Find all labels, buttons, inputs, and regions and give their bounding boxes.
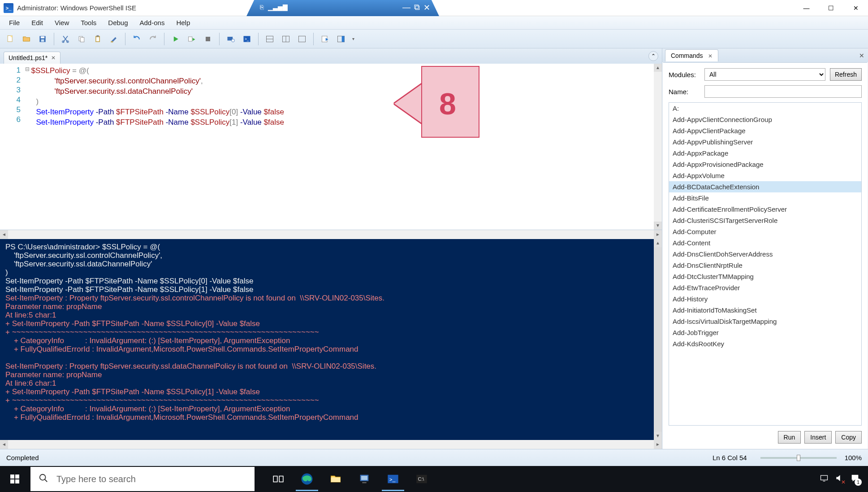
home-icon: ⎘ — [260, 4, 263, 11]
menu-bar: File Edit View Tools Debug Add-ons Help — [0, 16, 868, 30]
status-text: Completed — [6, 454, 713, 462]
svg-rect-11 — [97, 35, 99, 36]
layout-both-icon[interactable] — [262, 31, 277, 47]
panel-close-icon[interactable]: ✕ — [859, 52, 864, 59]
command-item[interactable]: Add-InitiatorIdToMaskingSet — [669, 305, 861, 316]
code-content[interactable]: $SSLPolicy = @( 'ftpServer.security.ssl.… — [27, 65, 653, 127]
command-item[interactable]: Add-Content — [669, 237, 861, 248]
command-item[interactable]: Add-JobTrigger — [669, 327, 861, 338]
command-item[interactable]: Add-AppvPublishingServer — [669, 136, 861, 148]
notifications-icon[interactable]: 1 — [850, 473, 860, 485]
command-item[interactable]: Add-CertificateEnrollmentPolicyServer — [669, 204, 861, 215]
save-icon[interactable] — [35, 31, 50, 47]
paste-icon[interactable] — [90, 31, 105, 47]
stop-icon[interactable] — [200, 31, 216, 47]
insert-button[interactable]: Insert — [804, 431, 832, 444]
task-view-icon[interactable] — [264, 467, 292, 491]
zoom-slider[interactable] — [760, 457, 837, 459]
console-pane[interactable]: PS C:\Users\administrador> $SSLPolicy = … — [0, 239, 662, 440]
command-item[interactable]: Add-BCDataCacheExtension — [669, 181, 861, 192]
start-button[interactable] — [0, 466, 30, 492]
refresh-button[interactable]: Refresh — [830, 68, 862, 81]
menu-edit[interactable]: Edit — [26, 17, 48, 28]
minimize-button[interactable]: — — [794, 0, 819, 16]
svg-rect-36 — [331, 478, 341, 483]
command-item[interactable]: Add-DnsClientDohServerAddress — [669, 248, 861, 260]
console-input: PS C:\Users\administrador> $SSLPolicy = … — [5, 243, 253, 294]
menu-file[interactable]: File — [4, 17, 25, 28]
run-selection-icon[interactable] — [184, 31, 199, 47]
menu-tools[interactable]: Tools — [75, 17, 102, 28]
inner-minimize-icon[interactable]: — — [402, 3, 410, 13]
run-icon[interactable] — [168, 31, 183, 47]
cut-icon[interactable] — [58, 31, 73, 47]
svg-rect-29 — [10, 479, 14, 483]
svg-line-32 — [45, 479, 48, 482]
tray-display-icon[interactable] — [820, 474, 829, 484]
copy-icon[interactable] — [74, 31, 89, 47]
svg-rect-8 — [81, 37, 84, 42]
svg-rect-23 — [299, 36, 306, 42]
command-item[interactable]: Add-History — [669, 293, 861, 305]
commands-list[interactable]: A:Add-AppvClientConnectionGroupAdd-AppvC… — [669, 102, 862, 426]
script-editor[interactable]: 123456 ⊟ $SSLPolicy = @( 'ftpServer.secu… — [0, 64, 662, 230]
clear-icon[interactable] — [106, 31, 121, 47]
cmd-taskbar-icon[interactable]: C:\ — [408, 467, 436, 491]
inner-restore-icon[interactable]: ⧉ — [414, 3, 420, 13]
modules-select[interactable]: All — [704, 68, 825, 81]
command-item[interactable]: Add-AppxPackage — [669, 148, 861, 159]
copy-button[interactable]: Copy — [835, 431, 862, 444]
script-vertical-scrollbar[interactable]: ▲▼ — [654, 64, 662, 230]
script-tab[interactable]: Untitled1.ps1* ✕ — [4, 52, 60, 64]
collapse-script-icon[interactable]: ⌃ — [648, 51, 658, 61]
tray-volume-icon[interactable]: ✕ — [835, 474, 844, 484]
maximize-button[interactable]: ☐ — [819, 0, 843, 16]
command-item[interactable]: Add-AppvClientConnectionGroup — [669, 114, 861, 125]
commands-tab-close-icon[interactable]: ✕ — [708, 53, 713, 59]
console-horizontal-scrollbar[interactable]: ◄► — [0, 440, 662, 449]
tab-close-icon[interactable]: ✕ — [51, 55, 56, 61]
command-item[interactable]: Add-Computer — [669, 226, 861, 237]
command-item[interactable]: Add-BitsFile — [669, 192, 861, 204]
powershell-window-icon[interactable]: >_ — [239, 31, 255, 47]
close-button[interactable]: ✕ — [843, 0, 868, 16]
layout-console-icon[interactable] — [294, 31, 310, 47]
undo-icon[interactable] — [129, 31, 144, 47]
command-item[interactable]: Add-KdsRootKey — [669, 338, 861, 349]
command-item[interactable]: Add-ClusteriSCSITargetServerRole — [669, 215, 861, 226]
command-item[interactable]: Add-DnsClientNrptRule — [669, 260, 861, 271]
open-file-icon[interactable] — [19, 31, 34, 47]
layout-script-icon[interactable] — [278, 31, 294, 47]
commands-tab[interactable]: Commands ✕ — [665, 49, 718, 61]
svg-rect-10 — [96, 37, 99, 41]
command-item[interactable]: Add-AppvClientPackage — [669, 125, 861, 136]
show-command-icon[interactable] — [317, 31, 333, 47]
menu-addons[interactable]: Add-ons — [134, 17, 170, 28]
menu-debug[interactable]: Debug — [103, 17, 133, 28]
edge-icon[interactable] — [293, 467, 321, 491]
redo-icon[interactable] — [145, 31, 160, 47]
command-item[interactable]: Add-AppxProvisionedPackage — [669, 159, 861, 170]
svg-rect-44 — [821, 475, 828, 480]
powershell-taskbar-icon[interactable]: >_ — [379, 467, 407, 491]
console-vertical-scrollbar[interactable]: ▲▼ — [654, 239, 662, 440]
server-manager-icon[interactable] — [350, 467, 378, 491]
new-file-icon[interactable] — [3, 31, 18, 47]
show-addon-icon[interactable] — [333, 31, 349, 47]
remote-session-tab: ⎘ ▁▃▅▇ — ⧉ ✕ — [246, 0, 439, 16]
taskbar-search[interactable]: Type here to search — [30, 467, 255, 491]
toolbar-dropdown-icon[interactable]: ▾ — [350, 31, 357, 47]
run-button[interactable]: Run — [778, 431, 801, 444]
menu-help[interactable]: Help — [171, 17, 195, 28]
remote-icon[interactable] — [223, 31, 238, 47]
inner-close-icon[interactable]: ✕ — [423, 3, 430, 13]
command-item[interactable]: Add-DtcClusterTMMapping — [669, 271, 861, 282]
script-horizontal-scrollbar[interactable]: ◄► — [0, 230, 662, 239]
name-input[interactable] — [704, 85, 862, 98]
explorer-icon[interactable] — [322, 467, 350, 491]
menu-view[interactable]: View — [49, 17, 74, 28]
command-item[interactable]: Add-EtwTraceProvider — [669, 282, 861, 293]
command-item[interactable]: A: — [669, 103, 861, 114]
command-item[interactable]: Add-IscsiVirtualDiskTargetMapping — [669, 316, 861, 327]
command-item[interactable]: Add-AppxVolume — [669, 170, 861, 181]
